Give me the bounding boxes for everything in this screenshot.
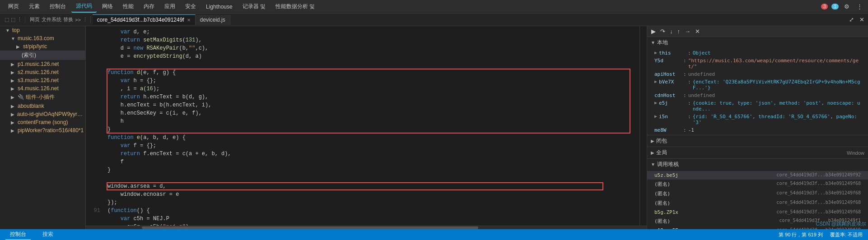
tree-item-autoid[interactable]: ▶ auto-id-giviOAqNPW9yyrzi (abo: [0, 110, 85, 118]
scope-callstack-label: 调用堆栈: [657, 161, 679, 168]
tree-item-aboutblank[interactable]: ▶ aboutblank: [0, 102, 85, 110]
file-tab-core-close[interactable]: ✕: [187, 18, 191, 23]
editor-scrollbar[interactable]: [86, 226, 647, 229]
scope-local-header[interactable]: ▼ 本地: [647, 37, 868, 48]
scope-closure-header[interactable]: ▶ 闭包: [647, 135, 868, 147]
tab-sources[interactable]: 源代码: [71, 0, 97, 13]
code-line: [86, 174, 639, 182]
scope-local: ▼ 本地 ▶ this : Object Y5d : "https://musi…: [647, 37, 868, 135]
tab-performance[interactable]: 性能: [118, 1, 138, 12]
minimap: [639, 26, 647, 226]
tree-item-top[interactable]: ▼ top: [0, 26, 85, 34]
tree-item-contentframe[interactable]: ▶ contentFrame (song): [0, 118, 85, 126]
settings-icon[interactable]: ⚙: [842, 2, 851, 11]
code-line: window.asrsea = d,: [86, 182, 639, 190]
callstack-item-3[interactable]: (匿名) core_54dd419d3f...b34e091249f68: [647, 198, 868, 208]
tab-lighthouse[interactable]: Lighthouse: [201, 2, 237, 12]
expand-icon[interactable]: ⤢: [847, 15, 856, 24]
code-line: function e(a, b, d, e) {: [86, 134, 639, 142]
scope-closure-label: 闭包: [656, 137, 667, 145]
resume-btn[interactable]: ▶: [650, 27, 657, 36]
prop-y5d[interactable]: Y5d : "https://music.163.com/weapi/comme…: [647, 57, 868, 70]
tab-page[interactable]: 网页: [4, 1, 23, 12]
callstack-item-0[interactable]: u5z.be5j core_54dd419d3f...b34e091249f92: [647, 171, 868, 180]
tree-item-s2music[interactable]: ▶ s2.music.126.net: [0, 68, 85, 76]
code-line: h.encText = b(h.encText, i),: [86, 101, 639, 109]
bottom-tab-console[interactable]: 控制台: [5, 230, 31, 240]
code-line: }: [86, 166, 639, 174]
nav-menu[interactable]: ⋮: [83, 17, 88, 23]
step-into-btn[interactable]: ↓: [668, 27, 674, 36]
prop-me8w[interactable]: me8W : -1: [647, 126, 868, 134]
scope-global-arrow: ▶: [651, 150, 654, 155]
step-out-btn[interactable]: ↑: [676, 27, 682, 36]
tab-elements[interactable]: 元素: [24, 1, 44, 12]
tree-item-p1music[interactable]: ▶ p1.music.126.net: [0, 60, 85, 68]
scope-callstack: ▼ 调用堆栈 u5z.be5j core_54dd419d3f...b34e09…: [647, 159, 868, 229]
tree-item-s4music[interactable]: ▶ s4.music.126.net: [0, 84, 85, 92]
tab-recorder[interactable]: 记录器 및: [238, 1, 270, 12]
tree-item-pipworker[interactable]: ▶ pipWorker?ratio=516/480*1: [0, 126, 85, 134]
tab-application[interactable]: 应用: [160, 1, 180, 12]
right-panel: ▶ ↷ ↓ ↑ → ✕ ▼ 本地 ▶ this : Object Y5d: [647, 26, 868, 229]
prop-bve7x[interactable]: ▶ bVe7X : {encText: 'Q23Ea8a5PYiVivHtRK7…: [647, 78, 868, 92]
fwd-btn[interactable]: ⬚: [11, 17, 15, 23]
nav-more[interactable]: >>: [75, 17, 81, 23]
prop-cdnhost[interactable]: cdnHost : undefined: [647, 92, 868, 99]
file-tab-core-label: core_54dd419d3f...b7cb34e091249f: [97, 17, 184, 23]
code-line: var f = {};: [86, 142, 639, 150]
code-line: f: [86, 158, 639, 166]
tree-item-suoyil[interactable]: (索引): [0, 51, 85, 60]
callstack-item-1[interactable]: (匿名) core_54dd419d3f...b34e091249f68: [647, 180, 868, 189]
tab-security[interactable]: 安全: [181, 1, 201, 12]
back-btn[interactable]: ⬚: [5, 17, 9, 23]
line-col-info: 第 90 行，第 619 列: [779, 231, 823, 238]
tab-perfdata[interactable]: 性能数据分析 및: [271, 1, 319, 12]
deactivate-btn[interactable]: ✕: [694, 27, 701, 36]
bottom-tab-search[interactable]: 搜索: [38, 230, 58, 240]
tree-item-zujian[interactable]: ▶ 🔌 组件·小插件: [0, 92, 85, 102]
scrollbar-thumb[interactable]: [142, 226, 478, 229]
status-bar: 控制台 搜索 第 90 行，第 619 列 覆盖率: 不适用: [0, 229, 868, 240]
code-line: return f.encText = c(a + e, b, d),: [86, 150, 639, 158]
scope-local-arrow: ▼: [651, 40, 655, 45]
editor-wrapper: var d, e; return setMaxDigits(131), d = …: [86, 26, 647, 226]
code-line: h.encSecKey = c(i, e, f),: [86, 109, 639, 117]
debugger-toolbar: ▶ ↷ ↓ ↑ → ✕: [647, 26, 868, 37]
error-badge: 3: [821, 4, 828, 9]
scope-callstack-header[interactable]: ▼ 调用堆栈: [647, 159, 868, 170]
tab-memory[interactable]: 内存: [139, 1, 159, 12]
step-btn[interactable]: →: [683, 27, 692, 36]
code-line: , ex6r = c5h("nej.g"): [86, 223, 639, 226]
prop-i5n[interactable]: ▶ i5n : {rid: 'R_SO_4_65766', threadId: …: [647, 113, 868, 126]
callstack-item-2[interactable]: (匿名) core_54dd419d3f...b34e091249f68: [647, 189, 868, 198]
tab-network[interactable]: 网络: [98, 1, 117, 12]
scope-global-header[interactable]: ▶ 全局 Window: [647, 147, 868, 158]
scope-global: ▶ 全局 Window: [647, 147, 868, 159]
nav-fs[interactable]: 文件系统: [42, 16, 61, 23]
nav-replace[interactable]: 替换: [63, 16, 73, 23]
prop-apihost[interactable]: apiHost : undefined: [647, 70, 868, 78]
nav-page[interactable]: 网页: [30, 16, 40, 23]
tab-console[interactable]: 控制台: [45, 1, 70, 12]
tree-item-music163[interactable]: ▼ music.163.com: [0, 34, 85, 42]
status-right: 第 90 行，第 619 列 覆盖率: 不适用: [779, 231, 863, 238]
prop-this[interactable]: ▶ this : Object: [647, 49, 868, 57]
code-line: 91 (function() {: [86, 207, 639, 215]
file-tab-core[interactable]: core_54dd419d3f...b7cb34e091249f ✕: [93, 14, 196, 25]
code-line: }: [86, 125, 639, 134]
more-icon[interactable]: ⋮: [855, 2, 864, 11]
step-over-btn[interactable]: ↷: [659, 27, 667, 36]
code-content[interactable]: var d, e; return setMaxDigits(131), d = …: [86, 26, 639, 226]
code-line: });: [86, 198, 639, 207]
prop-e5j[interactable]: ▶ e5j : {cookie: true, type: 'json', met…: [647, 99, 868, 113]
code-line: , i = a(16);: [86, 85, 639, 93]
highlighted-region-1: function d(e, f, g) { var h = {}; , i = …: [86, 69, 639, 134]
more-nav-btn[interactable]: ⋮: [17, 17, 22, 23]
file-tab-deviceid[interactable]: deviceid.js: [196, 15, 230, 25]
tree-item-s3music[interactable]: ▶ s3.music.126.net: [0, 76, 85, 84]
callstack-item-4[interactable]: b5g.ZP1x core_54dd419d3f...b34e091249f68: [647, 208, 868, 217]
close-panel-icon[interactable]: ✕: [858, 15, 866, 24]
code-line: e = encryptedString(d, a): [86, 52, 639, 60]
tree-item-stpipyric[interactable]: ▶ st/pip/lyric: [0, 42, 85, 51]
